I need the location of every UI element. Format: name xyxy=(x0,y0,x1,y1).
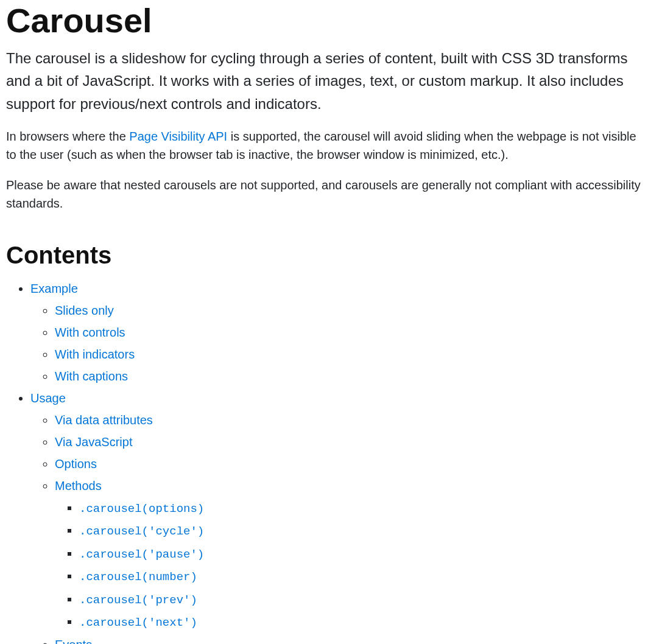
toc-link-usage[interactable]: Usage xyxy=(30,391,66,405)
table-of-contents: Example Slides only With controls With i… xyxy=(6,279,642,644)
contents-heading: Contents xyxy=(6,237,642,273)
toc-item: .carousel('prev') xyxy=(79,590,642,609)
toc-link-carousel-options[interactable]: .carousel(options) xyxy=(79,501,204,514)
toc-item-example: Example Slides only With controls With i… xyxy=(30,279,642,385)
toc-item: Via data attributes xyxy=(55,411,642,429)
toc-item: With controls xyxy=(55,323,642,341)
code: .carousel('pause') xyxy=(79,548,204,561)
code: .carousel('next') xyxy=(79,616,197,629)
toc-link-with-controls[interactable]: With controls xyxy=(55,326,125,339)
code: .carousel(number) xyxy=(79,570,197,584)
toc-link-events[interactable]: Events xyxy=(55,638,92,644)
toc-link-carousel-number[interactable]: .carousel(number) xyxy=(79,569,197,583)
toc-link-methods[interactable]: Methods xyxy=(55,479,102,492)
toc-item: Via JavaScript xyxy=(55,433,642,451)
toc-link-carousel-next[interactable]: .carousel('next') xyxy=(79,615,197,628)
toc-link-with-indicators[interactable]: With indicators xyxy=(55,348,135,361)
toc-item: With captions xyxy=(55,367,642,385)
text: In browsers where the xyxy=(6,130,129,143)
toc-link-via-javascript[interactable]: Via JavaScript xyxy=(55,435,132,449)
toc-item-usage: Usage Via data attributes Via JavaScript… xyxy=(30,389,642,644)
toc-link-example[interactable]: Example xyxy=(30,282,78,295)
toc-item: Options xyxy=(55,455,642,473)
warning-paragraph: Please be aware that nested carousels ar… xyxy=(6,176,642,212)
page-visibility-api-link[interactable]: Page Visibility API xyxy=(129,130,227,143)
lead-paragraph: The carousel is a slideshow for cycling … xyxy=(6,47,642,115)
toc-link-carousel-pause[interactable]: .carousel('pause') xyxy=(79,547,204,560)
toc-item: .carousel('pause') xyxy=(79,544,642,564)
code: .carousel('cycle') xyxy=(79,525,204,538)
toc-item: Events xyxy=(55,635,642,644)
toc-link-options[interactable]: Options xyxy=(55,457,97,471)
visibility-paragraph: In browsers where the Page Visibility AP… xyxy=(6,127,642,164)
toc-item: .carousel(number) xyxy=(79,567,642,586)
page-title: Carousel xyxy=(6,0,642,41)
toc-item: .carousel(options) xyxy=(79,499,642,518)
toc-item: With indicators xyxy=(55,345,642,363)
toc-link-with-captions[interactable]: With captions xyxy=(55,369,128,383)
code: .carousel(options) xyxy=(79,502,204,516)
toc-item: .carousel('next') xyxy=(79,612,642,632)
toc-item: Slides only xyxy=(55,301,642,320)
toc-link-slides-only[interactable]: Slides only xyxy=(55,304,114,317)
toc-link-carousel-prev[interactable]: .carousel('prev') xyxy=(79,592,197,606)
code: .carousel('prev') xyxy=(79,593,197,607)
toc-item: .carousel('cycle') xyxy=(79,521,642,541)
toc-link-via-data-attributes[interactable]: Via data attributes xyxy=(55,413,153,427)
toc-link-carousel-cycle[interactable]: .carousel('cycle') xyxy=(79,523,204,537)
toc-item-methods: Methods .carousel(options) .carousel('cy… xyxy=(55,477,642,632)
